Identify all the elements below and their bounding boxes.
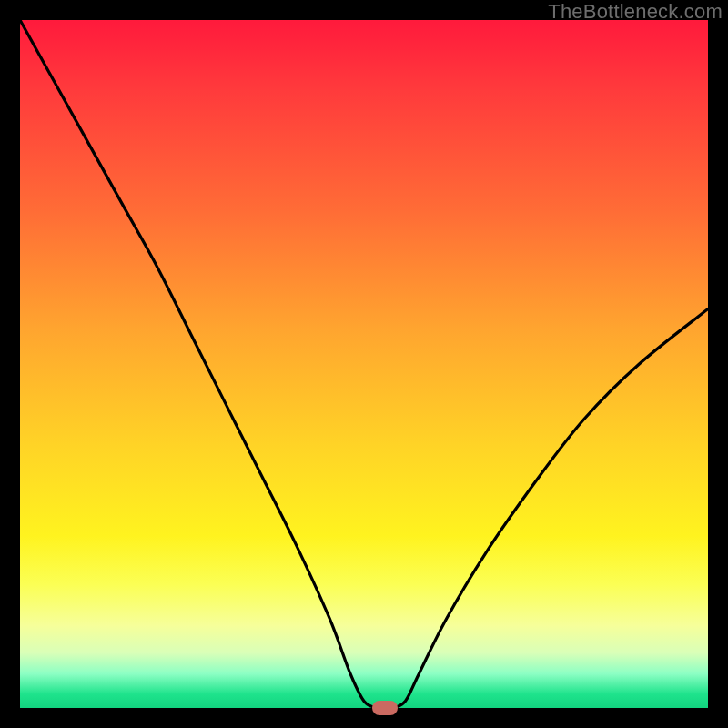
watermark-text: TheBottleneck.com <box>548 0 723 24</box>
optimum-marker <box>372 701 398 715</box>
plot-area <box>20 20 708 708</box>
bottleneck-curve <box>20 20 708 708</box>
curve-path <box>20 20 708 708</box>
chart-frame: TheBottleneck.com <box>0 0 728 728</box>
